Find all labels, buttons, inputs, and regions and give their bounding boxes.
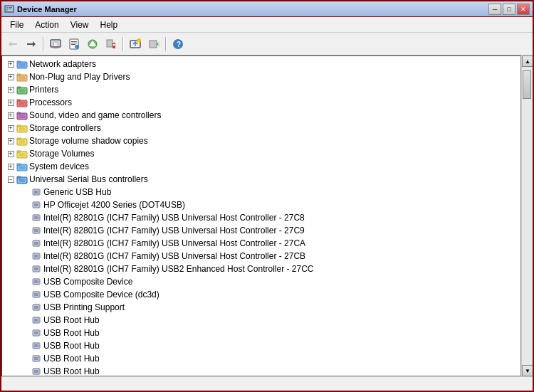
toolbar-separator-3 — [165, 37, 167, 51]
scan-button[interactable]: ! — [127, 36, 144, 53]
tree-item-storage-shadow[interactable]: + Storage volume shadow copies — [2, 134, 520, 147]
scroll-down-button[interactable]: ▼ — [522, 365, 533, 376]
svg-rect-8 — [27, 43, 33, 45]
expander-box[interactable]: + — [8, 112, 14, 119]
tree-item-processors[interactable]: + Processors — [2, 96, 520, 109]
expander-box[interactable]: + — [8, 74, 14, 80]
tree-item-system-dev[interactable]: + System devices — [2, 160, 520, 173]
menu-help[interactable]: Help — [95, 18, 124, 31]
svg-rect-46 — [17, 100, 21, 101]
tree-leaf-spacer — [19, 186, 31, 198]
expander-box[interactable]: + — [8, 138, 14, 144]
node-label: Intel(R) 82801G (ICH7 Family) USB Univer… — [43, 226, 305, 235]
minimize-button[interactable]: ─ — [488, 4, 501, 15]
add-legacy-button[interactable] — [145, 36, 162, 53]
node-icon-device — [31, 250, 42, 262]
node-label: Intel(R) 82801G (ICH7 Family) USB Univer… — [43, 238, 305, 248]
expander-box[interactable]: + — [8, 125, 14, 132]
scroll-thumb[interactable] — [523, 70, 531, 99]
tree-item-usb-composite[interactable]: USB Composite Device — [2, 275, 520, 288]
window-title: Device Manager — [17, 5, 77, 14]
tree-expander[interactable]: + — [5, 110, 16, 121]
svg-marker-5 — [9, 41, 11, 47]
tree-item-generic-hub[interactable]: Generic USB Hub — [2, 186, 520, 198]
status-bar — [1, 376, 533, 391]
tree-item-printers[interactable]: + Printers — [2, 83, 520, 96]
svg-rect-3 — [9, 9, 11, 9]
tree-item-intel-27c8[interactable]: Intel(R) 82801G (ICH7 Family) USB Univer… — [2, 211, 520, 224]
expander-box[interactable]: + — [8, 151, 14, 157]
tree-expander[interactable]: + — [5, 161, 16, 172]
back-button[interactable] — [4, 36, 21, 53]
svg-rect-38 — [19, 63, 25, 67]
node-label: Intel(R) 82801G (ICH7 Family) USB Univer… — [43, 251, 305, 261]
expander-box[interactable]: + — [8, 164, 14, 170]
update-driver-button[interactable] — [84, 36, 101, 53]
device-tree[interactable]: + Network adapters + Non-Plug and Play D… — [1, 55, 521, 376]
tree-item-usb-root-4[interactable]: USB Root Hub — [2, 352, 520, 365]
menu-file[interactable]: File — [4, 18, 29, 31]
menu-action[interactable]: Action — [29, 18, 64, 31]
tree-leaf-spacer — [19, 302, 31, 313]
forward-button[interactable] — [23, 36, 40, 53]
tree-item-usb-ctrl[interactable]: − Universal Serial Bus controllers — [2, 173, 520, 186]
uninstall-button[interactable] — [103, 36, 120, 53]
tree-expander[interactable]: + — [5, 84, 16, 95]
node-label: USB Root Hub — [43, 354, 100, 364]
close-button[interactable]: ✕ — [517, 4, 530, 15]
svg-text:?: ? — [177, 41, 181, 48]
tree-leaf-spacer — [19, 353, 31, 364]
tree-expander[interactable]: + — [5, 148, 16, 159]
help-button[interactable]: ? — [169, 36, 187, 53]
tree-item-intel-27c9[interactable]: Intel(R) 82801G (ICH7 Family) USB Univer… — [2, 224, 520, 237]
scroll-up-button[interactable]: ▲ — [522, 55, 533, 67]
tree-item-usb-root-2[interactable]: USB Root Hub — [2, 327, 520, 339]
svg-rect-4 — [6, 9, 8, 11]
tree-expander[interactable]: + — [5, 97, 16, 108]
node-label: Non-Plug and Play Drivers — [29, 72, 130, 82]
vertical-scrollbar[interactable]: ▲ ▼ — [521, 55, 533, 376]
svg-rect-163 — [34, 344, 38, 347]
node-icon-storage — [16, 135, 28, 147]
tree-expander[interactable]: − — [5, 174, 16, 185]
scroll-track[interactable] — [522, 67, 533, 365]
tree-item-usb-composite-dc3d[interactable]: USB Composite Device (dc3d) — [2, 288, 520, 301]
tree-item-usb-root-1[interactable]: USB Root Hub — [2, 314, 520, 327]
tree-expander[interactable]: + — [5, 122, 16, 134]
tree-leaf-spacer — [19, 276, 31, 287]
tree-expander[interactable]: + — [5, 135, 16, 147]
menu-view[interactable]: View — [65, 18, 95, 31]
show-hidden-button[interactable]: 📋 — [47, 36, 64, 53]
properties-button[interactable]: i — [66, 36, 83, 53]
node-label: Storage volume shadow copies — [29, 136, 148, 146]
maximize-button[interactable]: □ — [503, 4, 515, 15]
tree-item-intel-27ca[interactable]: Intel(R) 82801G (ICH7 Family) USB Univer… — [2, 237, 520, 250]
node-label: Generic USB Hub — [43, 187, 111, 197]
expander-box[interactable]: + — [8, 87, 14, 93]
tree-item-usb-root-5[interactable]: USB Root Hub — [2, 365, 520, 376]
tree-item-non-plug[interactable]: + Non-Plug and Play Drivers — [2, 70, 520, 83]
expander-box[interactable]: − — [8, 176, 14, 183]
toolbar-separator-2 — [122, 37, 124, 51]
tree-item-usb-printing[interactable]: USB Printing Support — [2, 301, 520, 314]
svg-rect-16 — [71, 44, 75, 45]
tree-expander[interactable]: + — [5, 58, 16, 70]
tree-item-network-adapters[interactable]: + Network adapters — [2, 58, 520, 70]
tree-leaf-spacer — [19, 199, 31, 211]
expander-box[interactable]: + — [8, 100, 14, 106]
tree-leaf-spacer — [19, 340, 31, 351]
tree-item-storage-ctrl[interactable]: + Storage controllers — [2, 122, 520, 134]
tree-item-storage-vol[interactable]: + Storage Volumes — [2, 147, 520, 160]
expander-box[interactable]: + — [8, 61, 14, 68]
node-label: Intel(R) 82801G (ICH7 Family) USB Univer… — [43, 213, 305, 223]
svg-rect-55 — [17, 138, 21, 139]
tree-item-intel-27cb[interactable]: Intel(R) 82801G (ICH7 Family) USB Univer… — [2, 250, 520, 263]
svg-marker-7 — [33, 41, 36, 47]
tree-expander[interactable]: + — [5, 71, 16, 83]
tree-item-usb-root-3[interactable]: USB Root Hub — [2, 339, 520, 352]
tree-item-hp-officejet[interactable]: HP Officejet 4200 Series (DOT4USB) — [2, 198, 520, 211]
tree-item-sound[interactable]: + Sound, video and game controllers — [2, 109, 520, 122]
node-icon-device — [31, 340, 42, 351]
tree-item-intel-27cc[interactable]: Intel(R) 82801G (ICH7 Family) USB2 Enhan… — [2, 263, 520, 275]
node-icon-device — [31, 199, 42, 211]
